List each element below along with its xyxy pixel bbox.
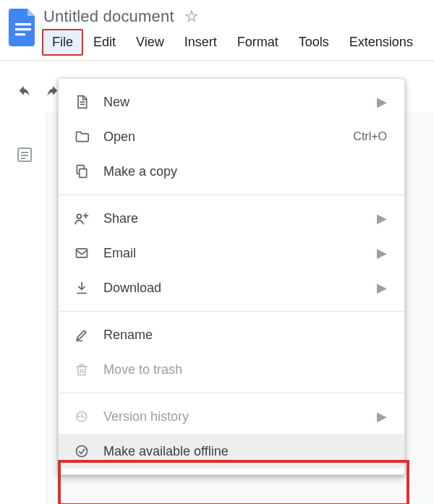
svg-rect-13 bbox=[77, 249, 88, 257]
menu-item-label: Email bbox=[103, 246, 377, 261]
menu-insert[interactable]: Insert bbox=[174, 29, 227, 56]
menu-item-label: Download bbox=[103, 281, 377, 296]
left-gutter bbox=[0, 113, 47, 504]
menu-separator bbox=[59, 195, 404, 195]
menu-item-label: Rename bbox=[103, 328, 387, 343]
header: Untitled document ☆ File Edit View Inser… bbox=[0, 0, 434, 60]
menu-item-make-available-offline[interactable]: Make available offline bbox=[59, 434, 404, 469]
menu-item-make-a-copy[interactable]: Make a copy bbox=[59, 154, 404, 189]
menu-item-label: Move to trash bbox=[103, 362, 387, 377]
header-divider bbox=[0, 60, 434, 61]
folder-icon bbox=[72, 129, 92, 144]
menu-item-new[interactable]: New ▶ bbox=[59, 85, 404, 119]
menu-format[interactable]: Format bbox=[227, 29, 289, 56]
download-icon bbox=[72, 281, 92, 295]
svg-point-19 bbox=[77, 446, 88, 457]
svg-rect-2 bbox=[15, 33, 25, 35]
rename-icon bbox=[72, 328, 92, 342]
menu-item-label: Make a copy bbox=[103, 164, 387, 179]
menu-item-shortcut: Ctrl+O bbox=[353, 130, 387, 143]
menu-edit[interactable]: Edit bbox=[83, 29, 126, 56]
copy-icon bbox=[72, 164, 92, 179]
menu-separator bbox=[59, 393, 404, 393]
share-icon bbox=[72, 211, 92, 226]
submenu-arrow-icon: ▶ bbox=[377, 280, 387, 296]
submenu-arrow-icon: ▶ bbox=[377, 245, 387, 261]
menu-item-open[interactable]: Open Ctrl+O bbox=[59, 119, 404, 154]
menu-bar: File Edit View Insert Format Tools Exten… bbox=[41, 26, 423, 60]
menu-item-label: New bbox=[103, 95, 377, 110]
menu-item-rename[interactable]: Rename bbox=[59, 317, 404, 352]
trash-icon bbox=[72, 362, 92, 377]
menu-item-move-to-trash: Move to trash bbox=[59, 352, 404, 387]
svg-rect-0 bbox=[15, 23, 31, 25]
header-right: Untitled document ☆ File Edit View Inser… bbox=[41, 6, 423, 60]
app-frame: Untitled document ☆ File Edit View Inser… bbox=[0, 0, 434, 504]
history-icon bbox=[72, 409, 92, 424]
file-menu: New ▶ Open Ctrl+O Make a copy Share ▶ bbox=[58, 78, 405, 475]
svg-rect-1 bbox=[15, 28, 31, 30]
outline-icon[interactable] bbox=[16, 146, 33, 163]
docs-logo[interactable] bbox=[6, 6, 41, 55]
menu-item-label: Version history bbox=[103, 409, 377, 424]
menu-view[interactable]: View bbox=[126, 29, 174, 56]
submenu-arrow-icon: ▶ bbox=[377, 409, 387, 424]
svg-point-10 bbox=[77, 214, 81, 218]
menu-item-label: Open bbox=[103, 129, 353, 145]
menu-separator bbox=[59, 311, 404, 312]
submenu-arrow-icon: ▶ bbox=[377, 94, 387, 110]
submenu-arrow-icon: ▶ bbox=[377, 210, 387, 226]
svg-rect-9 bbox=[80, 169, 87, 178]
star-icon[interactable]: ☆ bbox=[184, 9, 199, 25]
menu-item-version-history: Version history ▶ bbox=[59, 399, 404, 434]
menu-tools[interactable]: Tools bbox=[289, 29, 339, 56]
new-doc-icon bbox=[72, 95, 92, 109]
menu-item-label: Make available offline bbox=[103, 444, 387, 459]
offline-icon bbox=[72, 444, 92, 458]
email-icon bbox=[72, 246, 92, 260]
menu-file[interactable]: File bbox=[42, 29, 83, 56]
menu-extensions[interactable]: Extensions bbox=[339, 29, 423, 56]
docs-icon bbox=[9, 9, 38, 46]
doc-title[interactable]: Untitled document bbox=[43, 7, 174, 26]
title-bar: Untitled document ☆ bbox=[41, 6, 423, 26]
menu-item-label: Share bbox=[103, 211, 377, 226]
menu-item-email[interactable]: Email ▶ bbox=[59, 236, 404, 270]
undo-icon[interactable] bbox=[16, 85, 32, 101]
menu-item-share[interactable]: Share ▶ bbox=[59, 201, 404, 236]
menu-item-download[interactable]: Download ▶ bbox=[59, 270, 404, 305]
